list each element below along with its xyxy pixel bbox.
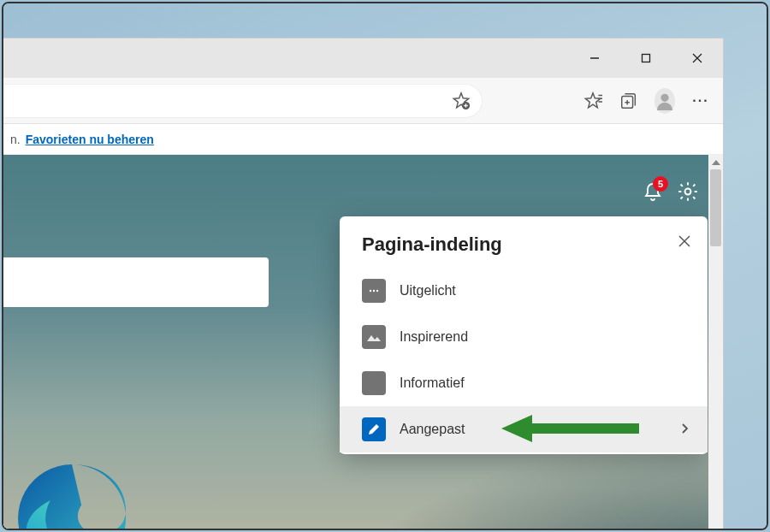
svg-point-14 [685,189,691,195]
layout-option-informative[interactable]: Informatief [340,360,708,406]
vertical-scrollbar[interactable] [708,155,723,530]
svg-rect-23 [365,386,370,390]
highlight-arrow-icon [498,411,643,446]
inspiring-icon [362,325,386,349]
layout-option-inspiring[interactable]: Inspirerend [340,314,708,360]
scroll-up-button[interactable] [708,155,723,169]
svg-point-13 [660,93,668,101]
notifications-badge: 5 [653,176,668,192]
scroll-thumb[interactable] [710,169,721,246]
layout-option-featured[interactable]: Uitgelicht [340,268,708,314]
svg-point-18 [370,290,371,292]
menu-item-label: Uitgelicht [400,283,456,299]
browser-toolbar: ··· [3,78,723,124]
favorites-info-bar: n. Favorieten nu beheren [3,124,723,155]
popup-close-button[interactable] [677,233,692,252]
manage-favorites-link[interactable]: Favorieten nu beheren [26,133,154,146]
svg-rect-24 [372,386,376,390]
maximize-button[interactable] [620,38,672,78]
notifications-button[interactable]: 5 [643,181,663,205]
settings-gear-icon[interactable] [677,180,699,206]
popup-title: Pagina-indeling [362,233,502,256]
minimize-button[interactable] [569,38,620,78]
menu-more-icon[interactable]: ··· [690,91,711,111]
svg-marker-27 [501,415,532,442]
layout-option-custom[interactable]: Aangepast [340,406,708,452]
svg-point-20 [376,290,378,292]
close-window-button[interactable] [672,38,723,78]
informative-icon [362,371,386,395]
browser-window: ··· n. Favorieten nu beheren 5 [3,38,724,530]
info-text-fragment: n. [10,133,21,146]
add-favorite-icon[interactable] [451,91,471,111]
profile-button[interactable] [654,91,675,111]
svg-rect-22 [365,376,382,384]
svg-rect-25 [378,386,382,390]
svg-rect-1 [643,55,650,62]
window-titlebar [3,38,723,78]
featured-icon [362,279,386,303]
menu-item-label: Inspirerend [400,329,468,345]
svg-rect-21 [365,330,382,344]
menu-item-label: Informatief [400,375,465,391]
search-box[interactable] [3,257,269,307]
menu-item-label: Aangepast [400,422,465,437]
address-bar[interactable] [3,84,483,118]
custom-icon [362,417,386,441]
edge-logo-icon [12,458,132,530]
page-layout-popup: Pagina-indeling Uitgelicht Inspireren [340,216,708,454]
new-tab-content: 5 [3,155,723,530]
favorites-icon[interactable] [583,91,603,111]
svg-point-19 [373,290,375,292]
collections-icon[interactable] [619,91,639,111]
chevron-right-icon [680,423,689,437]
